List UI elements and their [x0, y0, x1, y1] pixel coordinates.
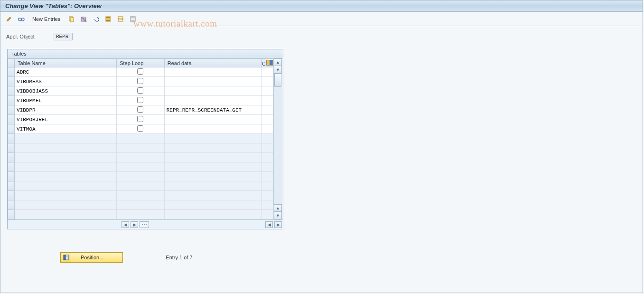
cell-read-data[interactable]	[164, 153, 261, 162]
row-selector[interactable]	[8, 96, 15, 105]
cell-table-name[interactable]	[15, 67, 117, 77]
row-selector[interactable]	[8, 191, 15, 200]
row-selector[interactable]	[8, 162, 15, 172]
scroll-up2-button[interactable]: ▲	[274, 204, 282, 212]
row-selector[interactable]	[8, 210, 15, 219]
copy-as-button[interactable]	[66, 14, 76, 24]
row-selector[interactable]	[8, 172, 15, 181]
row-selector[interactable]	[8, 143, 15, 153]
table-name-input[interactable]	[15, 67, 116, 76]
hscroll-col-config-button[interactable]	[140, 221, 149, 228]
col-header-read[interactable]: Read data	[164, 59, 261, 67]
step-loop-checkbox[interactable]	[137, 68, 143, 75]
select-all-button[interactable]	[103, 14, 113, 24]
cell-table-name[interactable]	[15, 105, 117, 115]
cell-read-data[interactable]	[164, 86, 261, 96]
cell-table-name[interactable]	[15, 153, 117, 162]
new-entries-button[interactable]: New Entries	[29, 15, 64, 23]
delete-button[interactable]	[79, 14, 88, 24]
read-data-input[interactable]	[165, 96, 261, 105]
hscroll-left-button[interactable]: ◀	[121, 221, 129, 228]
scroll-down2-button[interactable]: ▼	[274, 212, 282, 219]
step-loop-checkbox[interactable]	[137, 116, 143, 122]
table-settings-icon[interactable]	[266, 60, 273, 66]
cell-read-data[interactable]	[164, 124, 261, 134]
hscroll-right2-button[interactable]: ▶	[274, 221, 282, 228]
row-selector[interactable]	[8, 86, 15, 96]
cell-table-name[interactable]	[15, 191, 117, 200]
cell-read-data[interactable]	[164, 96, 261, 105]
scroll-track[interactable]	[274, 74, 282, 204]
cell-step-loop[interactable]	[117, 67, 165, 77]
cell-read-data[interactable]	[164, 134, 261, 143]
row-selector[interactable]	[8, 200, 15, 210]
cell-table-name[interactable]	[15, 86, 117, 96]
row-selector[interactable]	[8, 67, 15, 77]
cell-table-name[interactable]	[15, 124, 117, 134]
toggle-display-change-button[interactable]	[4, 14, 14, 24]
scroll-thumb[interactable]	[274, 74, 281, 87]
read-data-input[interactable]	[165, 124, 261, 133]
row-selector[interactable]	[8, 77, 15, 86]
table-name-input[interactable]	[15, 96, 116, 105]
cell-read-data[interactable]	[164, 67, 261, 77]
read-data-input[interactable]	[165, 105, 261, 114]
read-data-input[interactable]	[165, 115, 261, 124]
row-selector[interactable]	[8, 115, 15, 124]
table-name-input[interactable]	[15, 86, 116, 95]
cell-read-data[interactable]	[164, 143, 261, 153]
cell-step-loop[interactable]	[117, 115, 165, 124]
cell-read-data[interactable]	[164, 115, 261, 124]
cell-table-name[interactable]	[15, 200, 117, 210]
cell-table-name[interactable]	[15, 181, 117, 191]
cell-read-data[interactable]	[164, 162, 261, 172]
cell-table-name[interactable]	[15, 115, 117, 124]
cell-step-loop[interactable]	[117, 86, 165, 96]
hscroll-left2-button[interactable]: ◀	[265, 221, 273, 228]
details-button[interactable]	[17, 14, 26, 24]
scroll-down-button[interactable]: ▼	[274, 66, 282, 74]
col-header-select[interactable]	[8, 59, 15, 67]
step-loop-checkbox[interactable]	[137, 125, 143, 132]
read-data-input[interactable]	[165, 67, 261, 76]
select-block-button[interactable]	[116, 14, 125, 24]
cell-table-name[interactable]	[15, 143, 117, 153]
cell-read-data[interactable]	[164, 105, 261, 115]
col-header-step[interactable]: Step Loop	[117, 59, 165, 67]
cell-read-data[interactable]	[164, 181, 261, 191]
row-selector[interactable]	[8, 105, 15, 115]
cell-read-data[interactable]	[164, 77, 261, 86]
step-loop-checkbox[interactable]	[137, 97, 143, 103]
cell-table-name[interactable]	[15, 134, 117, 143]
scroll-up-button[interactable]: ▲	[274, 58, 282, 66]
table-name-input[interactable]	[15, 115, 116, 124]
step-loop-checkbox[interactable]	[137, 78, 143, 84]
cell-step-loop[interactable]	[117, 105, 165, 115]
table-name-input[interactable]	[15, 124, 116, 133]
hscroll-right-button[interactable]: ▶	[131, 221, 138, 228]
col-header-name[interactable]: Table Name	[15, 59, 117, 67]
cell-table-name[interactable]	[15, 77, 117, 86]
cell-step-loop[interactable]	[117, 124, 165, 134]
row-selector[interactable]	[8, 153, 15, 162]
cell-read-data[interactable]	[164, 172, 261, 181]
step-loop-checkbox[interactable]	[137, 106, 143, 113]
position-button[interactable]: Position...	[60, 252, 123, 263]
undo-button[interactable]	[91, 14, 101, 24]
read-data-input[interactable]	[165, 77, 261, 86]
cell-table-name[interactable]	[15, 162, 117, 172]
cell-step-loop[interactable]	[117, 77, 165, 86]
row-selector[interactable]	[8, 181, 15, 191]
cell-step-loop[interactable]	[117, 96, 165, 105]
row-selector[interactable]	[8, 124, 15, 134]
read-data-input[interactable]	[165, 86, 261, 95]
table-name-input[interactable]	[15, 105, 116, 114]
cell-table-name[interactable]	[15, 96, 117, 105]
row-selector[interactable]	[8, 134, 15, 143]
step-loop-checkbox[interactable]	[137, 87, 143, 94]
cell-read-data[interactable]	[164, 210, 261, 219]
cell-table-name[interactable]	[15, 210, 117, 219]
deselect-all-button[interactable]	[128, 14, 138, 24]
cell-read-data[interactable]	[164, 200, 261, 210]
table-name-input[interactable]	[15, 77, 116, 86]
